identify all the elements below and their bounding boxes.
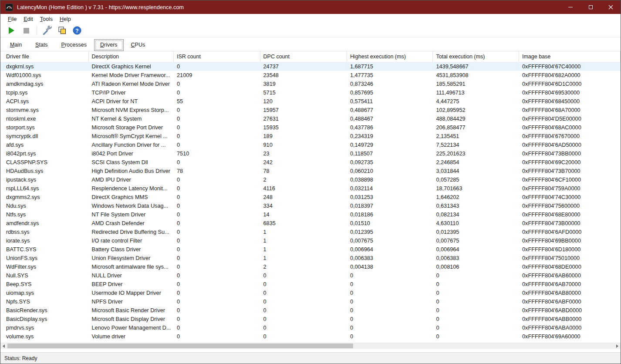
horizontal-scrollbar[interactable]	[0, 343, 621, 349]
tab-stats[interactable]: Stats	[29, 39, 54, 51]
scrollbar-thumb[interactable]	[7, 344, 353, 348]
table-cell: 0,006964	[433, 245, 519, 254]
table-cell: Union Filesystem Driver	[89, 254, 174, 263]
table-cell: rspLLL64.sys	[0, 184, 89, 193]
table-cell: Npfs.SYS	[0, 297, 89, 306]
column-header[interactable]: Driver file	[0, 51, 89, 62]
table-cell: 55	[174, 97, 260, 106]
table-cell: 1,646202	[433, 193, 519, 202]
close-icon	[608, 5, 613, 10]
column-header[interactable]: Highest execution (ms)	[347, 51, 433, 62]
stop-monitor-button[interactable]	[20, 25, 32, 36]
table-row[interactable]: Wdf01000.sysKernel Mode Driver Framewor.…	[0, 71, 621, 80]
table-cell: 0	[174, 175, 260, 184]
table-cell: Microsoft® SymCrypt Kernel ...	[89, 132, 174, 141]
table-row[interactable]: dxgkrnl.sysDirectX Graphics Kernel024737…	[0, 62, 621, 71]
tab-main[interactable]: Main	[4, 39, 28, 51]
table-cell: 0	[347, 297, 433, 306]
table-row[interactable]: Beep.SYSBEEP Driver00000xFFFFF804'6AB700…	[0, 280, 621, 289]
table-row[interactable]: Null.SYSNULL Driver00000xFFFFF804'6AB600…	[0, 271, 621, 280]
status-bar: Status: Ready	[0, 352, 621, 364]
table-cell: 0	[347, 271, 433, 280]
column-header[interactable]: Description	[89, 51, 174, 62]
minimize-button[interactable]	[560, 0, 580, 14]
table-row[interactable]: amdfendr.sysAMD Crash Defender068350,015…	[0, 219, 621, 228]
table-cell: 0	[260, 315, 347, 324]
table-row[interactable]: rspLLL64.sysResplendence Latency Monit..…	[0, 184, 621, 193]
menu-file[interactable]: File	[4, 15, 20, 24]
copy-button[interactable]	[56, 25, 68, 36]
table-cell: 15935	[260, 123, 347, 132]
table-cell: ACPI.sys	[0, 97, 89, 106]
table-cell: 0,008106	[433, 263, 519, 271]
table-row[interactable]: iorate.sysI/O rate control Filter010,007…	[0, 236, 621, 245]
table-row[interactable]: pmdrvs.sysLenovo Power Management D...00…	[0, 324, 621, 332]
table-row[interactable]: tcpip.sysTCP/IP Driver057150,857695111,4…	[0, 88, 621, 97]
table-cell: 0,234319	[347, 132, 433, 141]
table-row[interactable]: symcryptk.dllMicrosoft® SymCrypt Kernel …	[0, 132, 621, 141]
table-cell: 225,201623	[433, 149, 519, 158]
menu-edit[interactable]: Edit	[20, 15, 37, 24]
table-row[interactable]: ACPI.sysACPI Driver for NT551200,5754114…	[0, 97, 621, 106]
table-row[interactable]: BasicRender.sysMicrosoft Basic Render Dr…	[0, 306, 621, 315]
table-row[interactable]: HDAudBus.sysHigh Definition Audio Bus Dr…	[0, 167, 621, 175]
table-row[interactable]: Ntfs.sysNT File System Driver0140,018186…	[0, 210, 621, 219]
table-row[interactable]: CLASSPNP.SYSSCSI Class System Dll02420,0…	[0, 158, 621, 167]
scroll-left-button[interactable]	[0, 343, 7, 349]
table-row[interactable]: afd.sysAncillary Function Driver for ...…	[0, 141, 621, 149]
table-cell: 0xFFFFF804'69530000	[519, 88, 621, 97]
column-header[interactable]: Total execution (ms)	[433, 51, 519, 62]
options-button[interactable]	[41, 25, 53, 36]
table-cell: 0	[260, 289, 347, 297]
column-header[interactable]: ISR count	[174, 51, 260, 62]
table-cell: 0	[174, 210, 260, 219]
table-row[interactable]: rdbss.sysRedirected Drive Buffering Su..…	[0, 228, 621, 236]
table-row[interactable]: i8042prt.sysi8042 Port Driver7510230,118…	[0, 149, 621, 158]
table-cell: 1,687715	[347, 62, 433, 71]
table-row[interactable]: UnionFS.sysUnion Filesystem Driver010,00…	[0, 254, 621, 263]
menubar: FileEditToolsHelp	[0, 14, 621, 24]
table-row[interactable]: stornvme.sysMicrosoft NVM Express Storp.…	[0, 106, 621, 115]
table-cell: 0	[174, 193, 260, 202]
help-button[interactable]: ?	[71, 25, 83, 36]
column-header[interactable]: Image base	[519, 51, 621, 62]
table-cell: Redirected Drive Buffering Su...	[89, 228, 174, 236]
table-cell: 0	[433, 315, 519, 324]
table-row[interactable]: ntoskrnl.exeNT Kernel & System0276310,48…	[0, 115, 621, 123]
table-row[interactable]: Ndu.sysWindows Network Data Usag...03340…	[0, 202, 621, 210]
table-cell: symcryptk.dll	[0, 132, 89, 141]
close-button[interactable]	[601, 0, 621, 14]
table-row[interactable]: BasicDisplay.sysMicrosoft Basic Display …	[0, 315, 621, 324]
table-row[interactable]: dxgmms2.sysDirectX Graphics MMS02480,031…	[0, 193, 621, 202]
table-row[interactable]: volume.sysVolume driver00000xFFFFF804'69…	[0, 332, 621, 341]
column-header[interactable]: DPC count	[260, 51, 347, 62]
tab-cpus[interactable]: CPUs	[125, 39, 152, 51]
table-row[interactable]: BATTC.SYSBattery Class Driver010,0069640…	[0, 245, 621, 254]
table-cell: 0	[174, 289, 260, 297]
scroll-right-button[interactable]	[614, 343, 621, 349]
start-monitor-button[interactable]	[6, 25, 17, 36]
table-cell: WdFilter.sys	[0, 263, 89, 271]
table-cell: 0xFFFFF804'6AD50000	[519, 141, 621, 149]
table-row[interactable]: ipustack.sysAMD IPU Driver020,0388980,05…	[0, 175, 621, 184]
table-cell: 0,012395	[433, 228, 519, 236]
table-row[interactable]: uiomap.sysUsermode IO Mapper Driver00000…	[0, 289, 621, 297]
table-row[interactable]: Npfs.SYSNPFS Driver00000xFFFFF804'6ABF00…	[0, 297, 621, 306]
table-cell: 0	[433, 324, 519, 332]
table-cell: 4,447275	[433, 97, 519, 106]
menu-tools[interactable]: Tools	[37, 15, 56, 24]
table-cell: 185,585291	[433, 80, 519, 88]
titlebar[interactable]: LatencyMon (Home Edition ) v 7.31 - http…	[0, 0, 621, 14]
table-cell: 0xFFFFF804'6AB70000	[519, 280, 621, 289]
menu-help[interactable]: Help	[56, 15, 74, 24]
table-row[interactable]: amdkmdag.sysATI Radeon Kernel Mode Drive…	[0, 80, 621, 88]
maximize-button[interactable]	[580, 0, 601, 14]
table-row[interactable]: WdFilter.sysMicrosoft antimalware file s…	[0, 263, 621, 271]
tab-drivers[interactable]: Drivers	[94, 39, 124, 51]
table-row[interactable]: storport.sysMicrosoft Storage Port Drive…	[0, 123, 621, 132]
table-cell: 0	[347, 306, 433, 315]
table-cell: amdkmdag.sys	[0, 80, 89, 88]
table-cell: 0	[174, 236, 260, 245]
table-cell: 0xFFFFF804'74C30000	[519, 193, 621, 202]
tab-processes[interactable]: Processes	[55, 39, 93, 51]
